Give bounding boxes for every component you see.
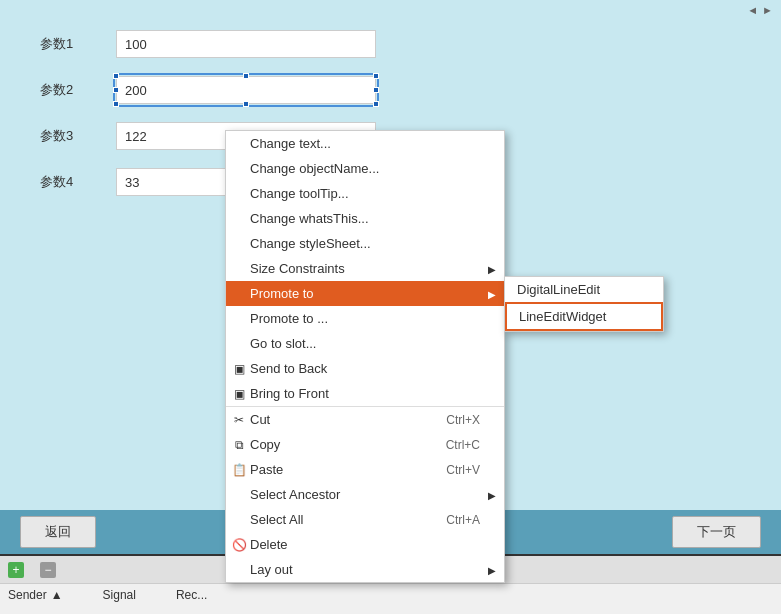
form-row-1: 参数1	[40, 30, 741, 58]
paste-icon: 📋	[232, 463, 246, 477]
handle-mr	[373, 87, 379, 93]
select-ancestor-arrow: ▶	[488, 489, 496, 500]
signals-add-button[interactable]: +	[8, 562, 24, 578]
copy-shortcut: Ctrl+C	[446, 438, 480, 452]
signals-remove-button[interactable]: −	[40, 562, 56, 578]
context-menu: Change text... Change objectName... Chan…	[225, 130, 505, 583]
input-1[interactable]	[116, 30, 376, 58]
menu-promote-to[interactable]: Promote to ▶ DigitalLineEdit LineEditWid…	[226, 281, 504, 306]
menu-change-objectname[interactable]: Change objectName...	[226, 156, 504, 181]
input-2[interactable]	[116, 76, 376, 104]
handle-tm	[243, 73, 249, 79]
signal-col: Signal	[103, 588, 136, 602]
layout-arrow: ▶	[488, 564, 496, 575]
receiver-col: Rec...	[176, 588, 207, 602]
cut-icon: ✂	[232, 413, 246, 427]
promote-to-arrow: ▶	[488, 288, 496, 299]
menu-select-all[interactable]: Select All Ctrl+A	[226, 507, 504, 532]
handle-ml	[113, 87, 119, 93]
menu-change-whatsthis[interactable]: Change whatsThis...	[226, 206, 504, 231]
nav-left-arrow[interactable]: ◄	[747, 4, 758, 16]
signals-columns: Sender ▲ Signal Rec...	[0, 584, 781, 606]
nav-right-arrow[interactable]: ►	[762, 4, 773, 16]
handle-br	[373, 101, 379, 107]
menu-send-to-back[interactable]: ▣ Send to Back	[226, 356, 504, 381]
label-1: 参数1	[40, 35, 100, 53]
signal-label: Signal	[103, 588, 136, 602]
size-constraints-arrow: ▶	[488, 263, 496, 274]
cut-shortcut: Ctrl+X	[446, 413, 480, 427]
menu-cut[interactable]: ✂ Cut Ctrl+X	[226, 406, 504, 432]
submenu-digital-line-edit[interactable]: DigitalLineEdit	[505, 277, 663, 302]
sender-label: Sender	[8, 588, 47, 602]
send-to-back-icon: ▣	[232, 362, 246, 376]
menu-paste[interactable]: 📋 Paste Ctrl+V	[226, 457, 504, 482]
menu-change-tooltip[interactable]: Change toolTip...	[226, 181, 504, 206]
nav-arrows: ◄ ►	[747, 4, 773, 16]
menu-layout[interactable]: Lay out ▶	[226, 557, 504, 582]
delete-icon: 🚫	[232, 538, 246, 552]
paste-shortcut: Ctrl+V	[446, 463, 480, 477]
form-row-2: 参数2	[40, 76, 741, 104]
menu-go-to-slot[interactable]: Go to slot...	[226, 331, 504, 356]
handle-tl	[113, 73, 119, 79]
label-4: 参数4	[40, 173, 100, 191]
menu-size-constraints[interactable]: Size Constraints ▶	[226, 256, 504, 281]
back-button[interactable]: 返回	[20, 516, 96, 548]
menu-delete[interactable]: 🚫 Delete	[226, 532, 504, 557]
label-2: 参数2	[40, 81, 100, 99]
menu-copy[interactable]: ⧉ Copy Ctrl+C	[226, 432, 504, 457]
handle-bl	[113, 101, 119, 107]
menu-promote-to-dots[interactable]: Promote to ...	[226, 306, 504, 331]
handle-tr	[373, 73, 379, 79]
menu-select-ancestor[interactable]: Select Ancestor ▶	[226, 482, 504, 507]
sender-sort-icon: ▲	[51, 588, 63, 602]
copy-icon: ⧉	[232, 438, 246, 452]
select-all-shortcut: Ctrl+A	[446, 513, 480, 527]
menu-change-stylesheet[interactable]: Change styleSheet...	[226, 231, 504, 256]
input-wrapper-2	[116, 76, 376, 104]
menu-bring-to-front[interactable]: ▣ Bring to Front	[226, 381, 504, 406]
menu-change-text[interactable]: Change text...	[226, 131, 504, 156]
next-button[interactable]: 下一页	[672, 516, 761, 548]
promote-to-submenu: DigitalLineEdit LineEditWidget	[504, 276, 664, 332]
sender-col: Sender ▲	[8, 588, 63, 602]
receiver-label: Rec...	[176, 588, 207, 602]
label-3: 参数3	[40, 127, 100, 145]
handle-bm	[243, 101, 249, 107]
submenu-line-edit-widget[interactable]: LineEditWidget	[505, 302, 663, 331]
bring-to-front-icon: ▣	[232, 387, 246, 401]
